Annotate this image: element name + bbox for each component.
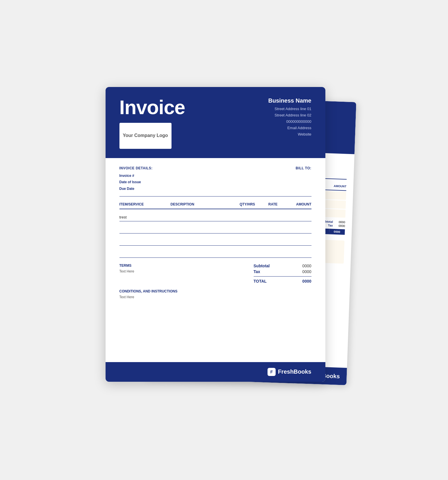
back-tax-label: Tax xyxy=(328,224,333,227)
due-date-label: Due Date xyxy=(119,186,153,192)
total-divider xyxy=(254,276,311,277)
table-row: trest xyxy=(119,209,311,221)
invoice-body: INVOICE DETAILS: Invoice # Date of Issue… xyxy=(106,158,325,313)
conditions-section: CONDITIONS, AND INSTRUCTIONS Text Here xyxy=(119,289,311,299)
freshbooks-logo: F FreshBooks xyxy=(268,368,311,376)
phone: 000000000000 xyxy=(268,118,311,125)
invoice-scene: INVOICE DETAILS: Invoice # 0000 Date of … xyxy=(106,87,343,393)
invoice-details-row: INVOICE DETAILS: Invoice # Date of Issue… xyxy=(119,166,311,192)
back-amount-header: AMOUNT xyxy=(333,184,346,188)
invoice-footer: F FreshBooks xyxy=(106,362,325,382)
invoice-details-right: BILL TO: xyxy=(296,166,311,170)
row1-item: trest xyxy=(119,215,171,219)
invoice-details-title: INVOICE DETAILS: xyxy=(119,166,153,170)
header-amount: AMOUNT xyxy=(286,202,311,206)
invoice-header-left: Invoice Your Company Logo xyxy=(119,97,185,149)
total-final-row: TOTAL 0000 xyxy=(254,279,311,283)
table-row-4 xyxy=(119,246,311,258)
total-value: 0000 xyxy=(302,279,311,283)
items-table: ITEM/SERVICE DESCRIPTION QTY/HRS RATE AM… xyxy=(119,202,311,258)
logo-box: Your Company Logo xyxy=(119,123,172,149)
back-tax-row: Tax 0000 xyxy=(328,224,345,227)
website: Website xyxy=(268,131,311,138)
business-name: Business Name xyxy=(268,97,311,104)
table-row-2 xyxy=(119,221,311,233)
totals-section: Subtotal 0000 Tax 0000 TOTAL 0000 xyxy=(224,264,311,283)
conditions-text: Text Here xyxy=(119,295,311,299)
header-qty-hrs: QTY/HRS xyxy=(235,202,260,206)
back-tax-value: 0000 xyxy=(338,224,345,227)
invoice-details-left: INVOICE DETAILS: Invoice # Date of Issue… xyxy=(119,166,153,192)
business-info: Business Name Street Address line 01 Str… xyxy=(268,97,311,138)
logo-placeholder-text: Your Company Logo xyxy=(123,133,168,139)
invoice-number-label: Invoice # xyxy=(119,173,153,179)
header-item-service: ITEM/SERVICE xyxy=(119,202,171,206)
freshbooks-icon: F xyxy=(268,368,276,376)
back-subtotal-value: 0000 xyxy=(338,220,345,224)
table-row-3 xyxy=(119,233,311,246)
address-line2: Street Address line 02 xyxy=(268,112,311,118)
footer-section: TERMS Text Here Subtotal 0000 Tax 0000 T… xyxy=(119,264,311,283)
invoice-title: Invoice xyxy=(119,97,185,117)
tax-row: Tax 0000 xyxy=(254,269,311,274)
total-label: TOTAL xyxy=(254,279,267,283)
subtotal-value: 0000 xyxy=(302,264,311,268)
freshbooks-name: FreshBooks xyxy=(278,368,311,375)
details-divider xyxy=(119,196,311,197)
terms-title: TERMS xyxy=(119,264,224,268)
terms-section: TERMS Text Here xyxy=(119,264,224,283)
subtotal-row: Subtotal 0000 xyxy=(254,264,311,268)
table-header-row: ITEM/SERVICE DESCRIPTION QTY/HRS RATE AM… xyxy=(119,202,311,209)
tax-label: Tax xyxy=(254,269,260,274)
tax-value: 0000 xyxy=(302,269,311,274)
header-description: DESCRIPTION xyxy=(171,202,235,206)
terms-text: Text Here xyxy=(119,269,224,273)
invoice-header: Invoice Your Company Logo Business Name … xyxy=(106,87,325,158)
bill-to-title: BILL TO: xyxy=(296,166,311,170)
subtotal-label: Subtotal xyxy=(254,264,270,268)
date-of-issue-label: Date of Issue xyxy=(119,179,153,186)
back-total-final-value: 0000 xyxy=(329,229,345,235)
conditions-title: CONDITIONS, AND INSTRUCTIONS xyxy=(119,289,311,293)
header-rate: RATE xyxy=(260,202,286,206)
address-line1: Street Address line 01 xyxy=(268,106,311,112)
invoice-front: Invoice Your Company Logo Business Name … xyxy=(106,87,325,382)
email: Email Address xyxy=(268,125,311,131)
